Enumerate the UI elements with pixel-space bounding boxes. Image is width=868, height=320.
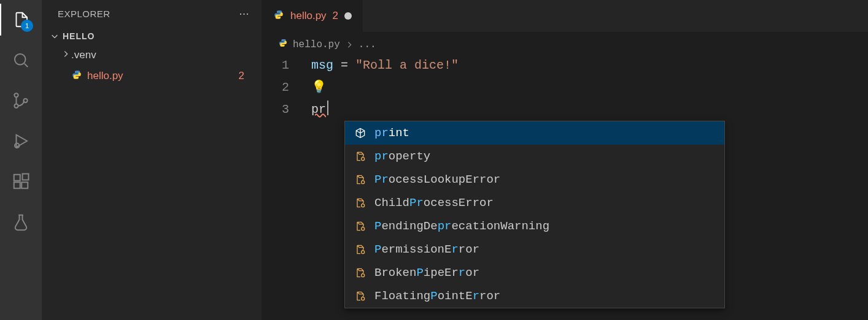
code-line[interactable]: pr — [311, 99, 868, 121]
suggestion-item[interactable]: print — [345, 121, 724, 145]
suggestion-label: FloatingPointError — [374, 286, 500, 307]
svg-point-11 — [362, 204, 365, 207]
line-number: 1 — [262, 55, 300, 77]
class-icon — [354, 196, 367, 210]
tree-item-label: .venv — [71, 49, 262, 61]
suggestion-label: print — [374, 123, 409, 143]
suggestion-label: PendingDeprecationWarning — [374, 216, 549, 237]
error-count: 2 — [239, 70, 262, 82]
svg-point-10 — [362, 181, 365, 184]
code-line[interactable]: 💡 — [311, 77, 868, 99]
class-icon — [354, 219, 367, 233]
chevron-down-icon — [50, 32, 59, 40]
sidebar-title: EXPLORER — [58, 9, 110, 19]
class-icon — [354, 289, 367, 303]
class-icon — [354, 173, 367, 186]
folder-root-label: HELLO — [63, 31, 95, 41]
tree-item-label: hello.py — [87, 70, 239, 82]
svg-point-2 — [14, 104, 18, 108]
class-icon — [354, 150, 367, 163]
explorer-sidebar: EXPLORER ··· HELLO .venv hello.py 2 — [42, 0, 262, 320]
suggestion-item[interactable]: BrokenPipeError — [345, 261, 724, 284]
python-file-icon — [273, 9, 284, 23]
gutter: 1 2 3 — [262, 55, 300, 121]
code-line[interactable]: msg = "Roll a dice!" — [311, 55, 868, 77]
class-icon — [354, 243, 367, 256]
activity-source-control-icon[interactable] — [11, 91, 31, 110]
breadcrumb[interactable]: hello.py ... — [262, 32, 868, 55]
svg-rect-8 — [23, 174, 29, 180]
svg-point-1 — [14, 93, 18, 97]
suggestion-label: ProcessLookupError — [374, 169, 500, 190]
svg-point-13 — [362, 251, 365, 254]
lightbulb-icon[interactable]: 💡 — [311, 80, 327, 94]
line-number: 3 — [262, 99, 300, 121]
python-file-icon — [278, 38, 288, 51]
svg-point-15 — [362, 297, 365, 300]
tab-error-count: 2 — [333, 10, 338, 22]
chevron-right-icon — [61, 50, 70, 58]
activity-search-icon[interactable] — [11, 50, 31, 70]
svg-point-14 — [362, 274, 365, 277]
editor-area: hello.py 2 hello.py ... 1 2 3 msg = "Rol… — [262, 0, 868, 320]
tab-hello[interactable]: hello.py 2 — [262, 0, 363, 32]
sidebar-more-icon[interactable]: ··· — [239, 7, 249, 20]
svg-point-12 — [362, 227, 365, 230]
dirty-indicator-icon — [344, 12, 352, 20]
tab-label: hello.py — [290, 10, 327, 22]
breadcrumb-file: hello.py — [293, 39, 340, 50]
suggestion-item[interactable]: PendingDeprecationWarning — [345, 215, 724, 238]
line-number: 2 — [262, 77, 300, 99]
svg-point-0 — [15, 54, 26, 65]
tree-folder-venv[interactable]: .venv — [53, 45, 262, 66]
suggestion-item[interactable]: ChildProcessError — [345, 191, 724, 215]
intellisense-widget: printpropertyProcessLookupErrorChildProc… — [344, 121, 725, 308]
suggestion-item[interactable]: property — [345, 145, 724, 168]
method-icon — [354, 126, 367, 140]
suggestion-item[interactable]: PermissionError — [345, 238, 724, 261]
tree-file-hello[interactable]: hello.py 2 — [53, 66, 262, 86]
suggestion-label: PermissionError — [374, 239, 479, 260]
svg-rect-7 — [21, 182, 28, 188]
svg-point-9 — [362, 158, 365, 161]
suggestion-label: property — [374, 146, 430, 167]
activity-explorer-icon[interactable]: 1 — [11, 10, 31, 29]
svg-rect-5 — [14, 175, 20, 181]
text-cursor — [327, 101, 328, 115]
code-editor[interactable]: 1 2 3 msg = "Roll a dice!" 💡 pr printpro… — [262, 55, 868, 121]
python-file-icon — [71, 69, 82, 83]
chevron-right-icon — [345, 40, 354, 49]
activity-extensions-icon[interactable] — [11, 172, 31, 191]
suggestion-item[interactable]: ProcessLookupError — [345, 168, 724, 191]
activity-bar: 1 — [0, 0, 42, 320]
suggestion-label: ChildProcessError — [374, 192, 494, 213]
activity-run-debug-icon[interactable] — [11, 131, 31, 151]
svg-rect-6 — [14, 182, 20, 188]
suggestion-item[interactable]: FloatingPointError — [345, 284, 724, 308]
suggestion-label: BrokenPipeError — [374, 262, 479, 283]
class-icon — [354, 266, 367, 280]
folder-root[interactable]: HELLO — [42, 28, 262, 45]
tab-bar: hello.py 2 — [262, 0, 868, 32]
activity-testing-icon[interactable] — [11, 212, 31, 232]
breadcrumb-more: ... — [358, 39, 376, 50]
explorer-badge: 1 — [21, 20, 33, 32]
